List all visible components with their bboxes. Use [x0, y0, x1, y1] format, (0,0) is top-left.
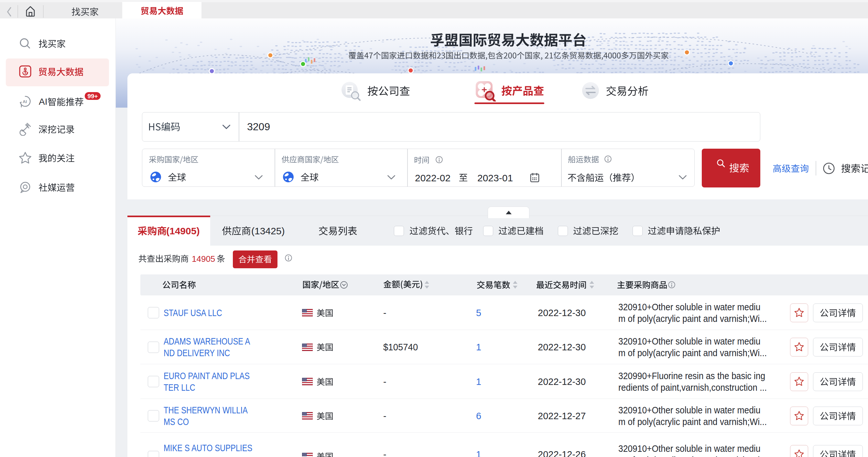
svg-text:AI: AI	[23, 99, 27, 104]
